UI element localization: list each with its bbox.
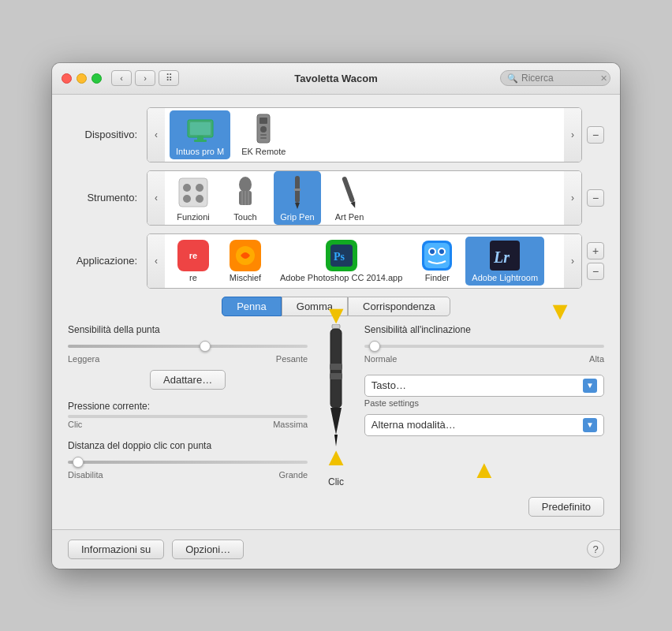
content-area: Dispositivo: ‹ Int [52, 95, 620, 529]
maximize-button[interactable] [91, 73, 102, 84]
pressione-min: Clic [68, 420, 82, 429]
main-window: ‹ › ⠿ Tavoletta Wacom 🔍 ✕ Dispositivo: ‹ [52, 63, 620, 569]
app-scroll-right[interactable]: › [564, 234, 581, 288]
arrow-right-annotation: ▼ [547, 297, 573, 326]
tool-scroll-right[interactable]: › [564, 171, 581, 225]
svg-marker-39 [330, 408, 342, 435]
arrow-up-annotation: ▲ [323, 442, 349, 472]
device-item-remote[interactable]: EK Remote [235, 110, 292, 159]
app-item-lightroom[interactable]: Lr Adobe Lightroom [465, 237, 544, 286]
options-button[interactable]: Opzioni… [172, 540, 244, 559]
dropdown1-select[interactable]: Tasto… ▼ [364, 375, 604, 397]
adattare-button[interactable]: Adattare… [150, 370, 226, 390]
app-remove-button[interactable]: − [587, 263, 604, 280]
tool-row: Strumento: ‹ [68, 170, 604, 226]
tool-item-touch[interactable]: Touch [222, 171, 269, 225]
tilt-thumb[interactable] [369, 341, 380, 352]
tool-label: Strumento: [68, 192, 147, 203]
app-scroller: ‹ re re [147, 233, 582, 289]
svg-rect-5 [259, 118, 267, 124]
device-items: Intuos pro M E [165, 107, 564, 162]
remote-icon [248, 114, 279, 145]
minimize-button[interactable] [77, 73, 87, 84]
device-scroll-left[interactable]: ‹ [147, 108, 165, 162]
svg-rect-21 [294, 189, 301, 191]
grip-pen-icon [282, 174, 313, 211]
sensitivity-min: Leggera [68, 354, 99, 364]
help-button[interactable]: ? [587, 540, 604, 558]
distanza-title: Distanza del doppio clic con punta [68, 440, 308, 451]
bottom-row: Predefinito [68, 497, 604, 517]
device-item-intuos[interactable]: Intuos pro M [170, 110, 230, 159]
predefinito-button[interactable]: Predefinito [528, 497, 604, 517]
tool-item-art-pen[interactable]: Art Pen [326, 171, 373, 225]
intuos-icon [185, 114, 216, 145]
svg-point-6 [260, 126, 267, 133]
pressione-max: Massima [273, 420, 308, 429]
arrow-down-annotation: ▼ [323, 301, 349, 330]
sensitivity-labels: Leggera Pesante [68, 354, 308, 364]
tool-sidebar-buttons: − [587, 189, 604, 207]
search-box[interactable]: 🔍 ✕ [500, 70, 610, 86]
lightroom-icon: Lr [489, 240, 521, 271]
grid-icon: ⠿ [166, 73, 173, 84]
svg-rect-28 [424, 243, 450, 268]
tool-remove-button[interactable]: − [587, 189, 604, 207]
photoshop-icon: Ps [326, 240, 357, 271]
svg-text:Ps: Ps [334, 251, 345, 263]
funzioni-label: Funzioni [177, 212, 210, 222]
distanza-thumb[interactable] [73, 457, 84, 468]
svg-point-31 [430, 249, 435, 254]
right-panel: ▼ Sensibilità all'inclinazione Normale A… [364, 324, 604, 487]
tab-corrispondenza[interactable]: Corrispondenza [348, 297, 450, 316]
info-button[interactable]: Informazioni su [68, 540, 164, 559]
remote-label: EK Remote [241, 147, 286, 156]
grid-button[interactable]: ⠿ [159, 70, 179, 86]
svg-rect-37 [330, 364, 342, 370]
pen-illustration [324, 324, 348, 450]
tool-scroller: ‹ Funzioni [147, 170, 582, 226]
app-scroll-left[interactable]: ‹ [147, 234, 165, 288]
tilt-max: Alta [589, 354, 604, 364]
tool-item-grip-pen[interactable]: Grip Pen [274, 171, 321, 225]
re-icon: re [177, 240, 209, 271]
app-item-mischief[interactable]: Mischief [222, 237, 269, 286]
titlebar: ‹ › ⠿ Tavoletta Wacom 🔍 ✕ [52, 63, 620, 95]
forward-button[interactable]: › [135, 70, 155, 86]
device-remove-button[interactable]: − [587, 126, 604, 144]
dropdown-container: Tasto… ▼ Paste settings Alterna modalità… [364, 375, 604, 436]
search-icon: 🔍 [507, 73, 518, 84]
dropdown2-select[interactable]: Alterna modalità… ▼ [364, 414, 604, 436]
tool-scroll-left[interactable]: ‹ [147, 171, 165, 225]
tab-penna[interactable]: Penna [222, 297, 282, 316]
app-item-photoshop[interactable]: Ps Adobe Photoshop CC 2014.app [274, 237, 409, 286]
distanza-min: Disabilita [68, 470, 103, 480]
app-add-button[interactable]: + [587, 242, 604, 259]
sensitivity-track[interactable] [68, 345, 308, 348]
device-scroll-right[interactable]: › [564, 108, 581, 162]
tilt-section: Sensibilità all'inclinazione Normale Alt… [364, 324, 604, 364]
distanza-track[interactable] [68, 461, 308, 464]
footer-left: Informazioni su Opzioni… [68, 540, 244, 559]
grip-pen-label: Grip Pen [280, 212, 314, 222]
search-clear-icon[interactable]: ✕ [600, 73, 607, 84]
back-button[interactable]: ‹ [111, 70, 132, 86]
close-button[interactable] [62, 73, 72, 84]
svg-point-14 [239, 177, 252, 192]
tilt-labels: Normale Alta [364, 354, 604, 364]
app-item-finder[interactable]: Finder [413, 237, 461, 286]
svg-rect-3 [194, 140, 207, 142]
art-pen-label: Art Pen [335, 212, 364, 222]
tool-item-funzioni[interactable]: Funzioni [170, 171, 217, 225]
pressione-track [68, 415, 308, 418]
intuos-label: Intuos pro M [176, 147, 224, 156]
tilt-track[interactable] [364, 345, 604, 348]
traffic-lights [62, 73, 102, 84]
search-input[interactable] [521, 73, 600, 84]
touch-icon [230, 174, 261, 211]
dropdown2-arrow-icon: ▼ [583, 418, 597, 432]
sensitivity-thumb[interactable] [200, 341, 211, 352]
panels: Sensibilità della punta Leggera Pesante … [68, 324, 604, 487]
svg-point-13 [196, 195, 203, 203]
app-item-re[interactable]: re re [170, 237, 217, 286]
